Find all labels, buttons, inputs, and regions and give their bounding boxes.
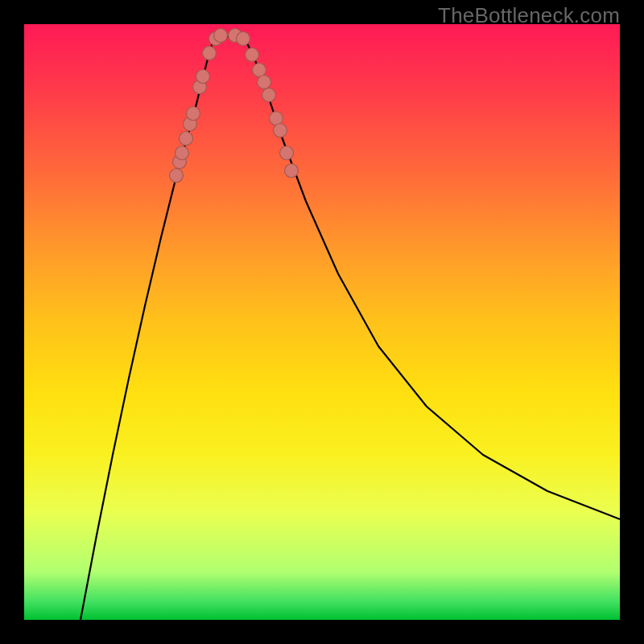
bottleneck-curve: [80, 37, 620, 620]
data-point: [214, 29, 228, 43]
data-point: [237, 32, 250, 46]
data-point: [196, 70, 210, 84]
watermark-text: TheBottleneck.com: [438, 3, 620, 28]
chart-svg: [24, 24, 620, 620]
data-point: [180, 132, 193, 146]
data-point: [258, 76, 271, 89]
left-data-cluster: [170, 29, 228, 183]
data-point: [246, 48, 259, 62]
plot-area: [24, 24, 620, 620]
right-data-cluster: [229, 29, 299, 178]
data-point: [280, 147, 294, 160]
data-point: [203, 47, 217, 60]
data-point: [285, 164, 299, 178]
chart-frame: TheBottleneck.com: [0, 0, 644, 644]
data-point: [187, 107, 200, 121]
data-point: [274, 124, 287, 138]
data-point: [175, 147, 189, 160]
data-point: [170, 169, 184, 183]
data-point: [262, 89, 276, 102]
